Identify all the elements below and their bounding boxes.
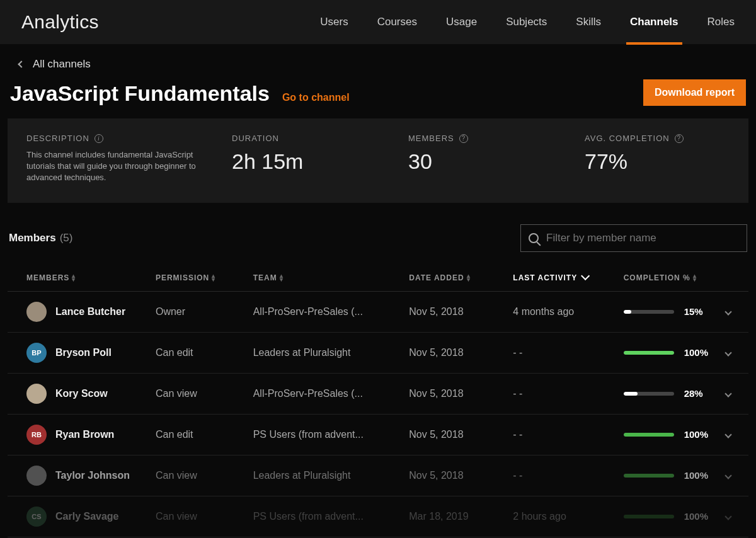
nav-item-usage[interactable]: Usage bbox=[446, 0, 477, 44]
team-cell: PS Users (from advent... bbox=[248, 496, 404, 537]
last-activity-cell: - - bbox=[508, 414, 618, 455]
permission-cell: Can view bbox=[151, 373, 248, 414]
last-activity-cell: - - bbox=[508, 455, 618, 496]
main-nav: UsersCoursesUsageSubjectsSkillsChannelsR… bbox=[320, 0, 735, 44]
sort-icon bbox=[467, 274, 471, 282]
table-row[interactable]: Kory ScowCan viewAll-ProServ-PreSales (.… bbox=[8, 373, 748, 414]
avatar bbox=[26, 384, 47, 404]
summary-members: MEMBERS 30 bbox=[408, 134, 553, 184]
member-name: Kory Scow bbox=[55, 388, 108, 399]
table-row[interactable]: CSCarly SavageCan viewPS Users (from adv… bbox=[8, 496, 748, 537]
members-count: (5) bbox=[60, 232, 73, 244]
avatar bbox=[26, 302, 47, 322]
member-name: Carly Savage bbox=[55, 511, 119, 522]
col-date-added[interactable]: DATE ADDED bbox=[404, 265, 508, 292]
member-name: Taylor Johnson bbox=[55, 470, 130, 481]
progress-bar bbox=[624, 474, 674, 478]
col-members[interactable]: MEMBERS bbox=[8, 265, 151, 292]
member-name: Lance Butcher bbox=[55, 306, 125, 318]
duration-value: 2h 15m bbox=[232, 149, 377, 174]
members-header: Members (5) bbox=[8, 224, 748, 252]
download-report-button[interactable]: Download report bbox=[643, 79, 746, 106]
go-to-channel-link[interactable]: Go to channel bbox=[282, 92, 350, 106]
duration-label: DURATION bbox=[232, 134, 377, 143]
date-added-cell: Mar 18, 2019 bbox=[404, 496, 508, 537]
permission-cell: Owner bbox=[151, 291, 248, 332]
progress-bar bbox=[624, 515, 674, 518]
chevron-down-icon[interactable] bbox=[724, 513, 731, 520]
col-permission[interactable]: PERMISSION bbox=[151, 265, 248, 292]
summary-description: DESCRIPTION This channel includes fundam… bbox=[26, 134, 200, 184]
page-title: JavaScript Fundamentals bbox=[10, 81, 270, 106]
nav-item-users[interactable]: Users bbox=[320, 0, 348, 44]
nav-item-courses[interactable]: Courses bbox=[377, 0, 417, 44]
last-activity-cell: 4 months ago bbox=[508, 291, 618, 332]
summary-duration: DURATION 2h 15m bbox=[232, 134, 377, 184]
top-bar: Analytics UsersCoursesUsageSubjectsSkill… bbox=[0, 0, 756, 44]
breadcrumb-back[interactable]: All channels bbox=[8, 58, 748, 71]
summary-panel: DESCRIPTION This channel includes fundam… bbox=[8, 118, 748, 203]
avatar bbox=[26, 466, 47, 486]
sort-icon bbox=[72, 274, 76, 282]
completion-value: 100% bbox=[684, 511, 712, 522]
last-activity-cell: - - bbox=[508, 373, 618, 414]
chevron-down-icon[interactable] bbox=[724, 390, 731, 397]
sort-icon bbox=[280, 274, 284, 282]
team-cell: All-ProServ-PreSales (... bbox=[248, 373, 404, 414]
last-activity-cell: - - bbox=[508, 332, 618, 373]
team-cell: Leaders at Pluralsight bbox=[248, 455, 404, 496]
chevron-down-icon[interactable] bbox=[724, 431, 731, 438]
chevron-down-icon[interactable] bbox=[724, 308, 731, 315]
date-added-cell: Nov 5, 2018 bbox=[404, 332, 508, 373]
table-row[interactable]: Taylor JohnsonCan viewLeaders at Plurals… bbox=[8, 455, 748, 496]
member-name: Bryson Poll bbox=[55, 347, 112, 358]
nav-item-skills[interactable]: Skills bbox=[576, 0, 601, 44]
member-search-box[interactable] bbox=[520, 224, 747, 252]
member-search-input[interactable] bbox=[546, 232, 739, 244]
help-icon[interactable] bbox=[675, 134, 684, 143]
col-team[interactable]: TEAM bbox=[248, 265, 404, 292]
date-added-cell: Nov 5, 2018 bbox=[404, 373, 508, 414]
members-value: 30 bbox=[408, 149, 553, 174]
chevron-down-icon[interactable] bbox=[724, 349, 731, 356]
nav-item-channels[interactable]: Channels bbox=[630, 0, 679, 44]
description-label: DESCRIPTION bbox=[26, 134, 200, 143]
description-text: This channel includes fundamental JavaSc… bbox=[26, 149, 200, 184]
member-name: Ryan Brown bbox=[55, 429, 114, 440]
progress-bar bbox=[624, 351, 674, 355]
table-row[interactable]: BPBryson PollCan editLeaders at Pluralsi… bbox=[8, 332, 748, 373]
sort-icon bbox=[693, 274, 697, 282]
title-row: JavaScript Fundamentals Go to channel Do… bbox=[8, 79, 748, 118]
col-last-activity[interactable]: LAST ACTIVITY bbox=[508, 265, 618, 292]
team-cell: PS Users (from advent... bbox=[248, 414, 404, 455]
chevron-down-icon bbox=[581, 273, 587, 282]
chevron-down-icon[interactable] bbox=[724, 472, 731, 479]
progress-bar bbox=[624, 310, 674, 314]
nav-item-roles[interactable]: Roles bbox=[707, 0, 735, 44]
avatar: CS bbox=[26, 507, 47, 527]
nav-item-subjects[interactable]: Subjects bbox=[506, 0, 547, 44]
last-activity-cell: 2 hours ago bbox=[508, 496, 618, 537]
progress-bar bbox=[624, 392, 674, 396]
table-row[interactable]: RBRyan BrownCan editPS Users (from adven… bbox=[8, 414, 748, 455]
completion-value: 28% bbox=[684, 388, 712, 399]
search-icon bbox=[529, 233, 539, 243]
date-added-cell: Nov 5, 2018 bbox=[404, 291, 508, 332]
info-icon[interactable] bbox=[94, 134, 103, 143]
permission-cell: Can edit bbox=[151, 332, 248, 373]
completion-value: 15% bbox=[684, 306, 712, 317]
brand-title: Analytics bbox=[21, 11, 99, 33]
team-cell: All-ProServ-PreSales (... bbox=[248, 291, 404, 332]
table-row[interactable]: Lance ButcherOwnerAll-ProServ-PreSales (… bbox=[8, 291, 748, 332]
progress-bar bbox=[624, 433, 674, 437]
sort-icon bbox=[212, 274, 215, 282]
summary-avg-completion: AVG. COMPLETION 77% bbox=[585, 134, 730, 184]
help-icon[interactable] bbox=[459, 134, 468, 143]
avatar: RB bbox=[26, 425, 47, 445]
permission-cell: Can view bbox=[151, 496, 248, 537]
permission-cell: Can edit bbox=[151, 414, 248, 455]
col-completion[interactable]: COMPLETION % bbox=[619, 265, 748, 292]
team-cell: Leaders at Pluralsight bbox=[248, 332, 404, 373]
avg-completion-label: AVG. COMPLETION bbox=[585, 134, 730, 143]
members-label: MEMBERS bbox=[408, 134, 553, 143]
